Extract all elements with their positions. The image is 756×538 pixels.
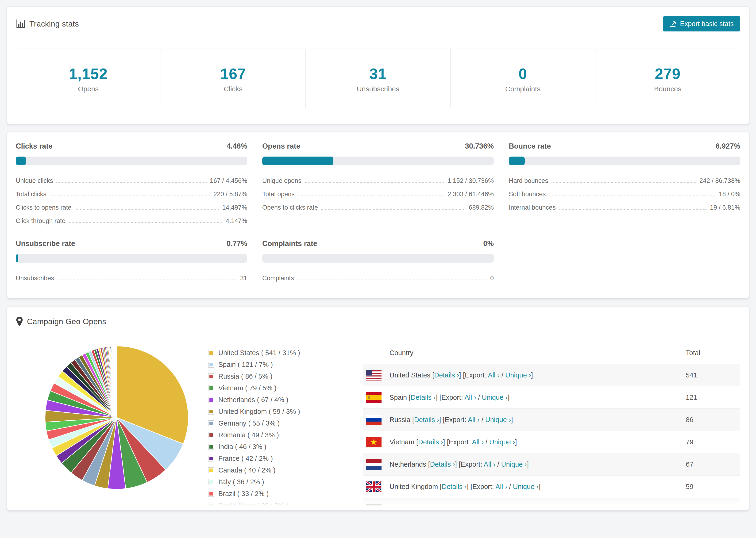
detail-label: Unique opens (262, 177, 301, 185)
tracking-stats-card: Tracking stats Export basic stats 1,152 … (7, 7, 749, 124)
detail-label: Total opens (262, 190, 295, 198)
legend-label: Romania ( 49 / 3% ) (218, 431, 279, 439)
export-unique-link-netherlands[interactable]: Unique › (501, 460, 527, 468)
summary-stat-clicks: 167 Clicks (161, 49, 305, 108)
total-cell: 541 (686, 371, 740, 379)
detail-label: Hard bounces (509, 177, 548, 185)
legend-label: Russia ( 86 / 5% ) (218, 372, 272, 380)
geo-header: Campaign Geo Opens (7, 307, 749, 336)
export-all-link-united-states[interactable]: All › (488, 371, 500, 379)
legend-item-brazil: Brazil ( 33 / 2% ) (208, 490, 363, 498)
legend-item-vietnam: Vietnam ( 79 / 5% ) (208, 384, 363, 392)
stat-value: 1,152 (18, 65, 158, 82)
tracking-stats-header: Tracking stats Export basic stats (7, 7, 749, 41)
legend-label: United Kingdom ( 59 / 3% ) (218, 408, 300, 415)
detail-row-total-opens: Total opens 2,303 / 61.446% (262, 188, 494, 201)
rate-panel-unsubscribe-rate: Unsubscribe rate 0.77% Unsubscribes 31 (16, 240, 247, 285)
pie-legend: United States ( 541 / 31% ) Spain ( 121 … (208, 341, 363, 511)
detail-label: Opens to clicks rate (262, 204, 318, 211)
rate-detail-rows: Unsubscribes 31 (16, 272, 247, 285)
export-all-link-netherlands[interactable]: All › (484, 460, 495, 468)
progress-bar (262, 157, 494, 165)
page-title: Tracking stats (29, 20, 79, 28)
legend-label: South Africa ( 29 / 2% ) (218, 502, 288, 510)
detail-row-click-through-rate: Click through rate 4.147% (16, 214, 247, 228)
dotted-leader (305, 182, 445, 183)
gb-flag-icon (366, 481, 382, 492)
detail-row-unique-clicks: Unique clicks 167 / 4.456% (16, 174, 247, 188)
dotted-leader (552, 182, 696, 183)
rate-title: Clicks rate (16, 142, 53, 150)
table-row-netherlands: Netherlands [Details ›] [Export: All › /… (363, 453, 740, 475)
geo-title: Campaign Geo Opens (27, 317, 106, 326)
progress-bar (262, 254, 494, 263)
detail-row-hard-bounces: Hard bounces 242 / 86.738% (509, 174, 740, 188)
stat-label: Complaints (453, 85, 593, 93)
legend-label: United States ( 541 / 31% ) (218, 349, 300, 357)
rate-detail-rows: Complaints 0 (262, 272, 494, 285)
export-all-link-spain[interactable]: All › (464, 394, 476, 401)
export-button-label: Export basic stats (680, 20, 734, 28)
rate-value: 4.46% (227, 142, 247, 150)
detail-label: Clicks to opens rate (16, 204, 71, 211)
detail-value: 242 / 86.738% (699, 177, 740, 185)
export-all-link-russia[interactable]: All › (468, 416, 480, 423)
legend-item-france: France ( 42 / 2% ) (208, 455, 363, 462)
legend-label: Vietnam ( 79 / 5% ) (218, 384, 277, 392)
legend-label: Brazil ( 33 / 2% ) (218, 490, 269, 498)
legend-item-spain: Spain ( 121 / 7% ) (208, 361, 363, 368)
stat-label: Bounces (598, 85, 738, 93)
rate-value: 0.77% (227, 240, 247, 248)
geo-content: United States ( 541 / 31% ) Spain ( 121 … (7, 336, 749, 511)
legend-label: Canada ( 40 / 2% ) (218, 466, 275, 474)
detail-row-internal-bounces: Internal bounces 19 / 6.81% (509, 201, 740, 214)
geo-pie-chart[interactable] (16, 341, 208, 490)
legend-item-south-africa: South Africa ( 29 / 2% ) (208, 502, 363, 510)
country-cell: Spain [Details ›] [Export: All › / Uniqu… (390, 394, 510, 402)
export-basic-stats-button[interactable]: Export basic stats (663, 16, 740, 31)
rate-panel-opens-rate: Opens rate 30.736% Unique opens 1,152 / … (262, 142, 494, 228)
country-cell: United States [Details ›] [Export: All ›… (390, 371, 533, 379)
legend-item-canada: Canada ( 40 / 2% ) (208, 466, 363, 474)
rate-detail-rows: Unique opens 1,152 / 30.736% Total opens… (262, 174, 494, 214)
flag-cell (363, 504, 390, 511)
legend-item-united-states: United States ( 541 / 31% ) (208, 349, 363, 357)
table-row-russia: Russia [Details ›] [Export: All › / Uniq… (363, 408, 740, 431)
details-link-russia[interactable]: Details › (414, 416, 439, 423)
legend-swatch (208, 362, 214, 368)
nl-flag-icon (366, 459, 382, 470)
flag-cell (363, 459, 390, 470)
detail-row-soft-bounces: Soft bounces 18 / 0% (509, 188, 740, 201)
export-unique-link-russia[interactable]: Unique › (485, 416, 511, 423)
progress-bar-fill (262, 157, 333, 165)
column-header-total: Total (686, 349, 740, 357)
details-link-united-kingdom[interactable]: Details › (442, 483, 466, 490)
detail-value: 689.82% (469, 204, 494, 211)
detail-value: 1,152 / 30.736% (448, 177, 494, 185)
legend-label: India ( 46 / 3% ) (218, 443, 266, 451)
legend-label: Netherlands ( 67 / 4% ) (218, 396, 288, 404)
details-link-netherlands[interactable]: Details › (430, 460, 455, 468)
export-all-link-vietnam[interactable]: All › (472, 438, 484, 446)
table-row-partial (363, 498, 740, 511)
export-unique-link-united-kingdom[interactable]: Unique › (513, 483, 539, 490)
summary-stats-strip: 1,152 Opens 167 Clicks 31 Unsubscribes 0… (16, 49, 740, 108)
flag-cell (363, 481, 390, 492)
legend-swatch (208, 456, 214, 461)
export-unique-link-spain[interactable]: Unique › (482, 394, 508, 401)
flag-cell (363, 437, 390, 447)
dotted-leader (549, 195, 716, 196)
details-link-spain[interactable]: Details › (411, 394, 436, 401)
flag-cell (363, 392, 390, 403)
export-unique-link-vietnam[interactable]: Unique › (489, 438, 515, 446)
export-all-link-united-kingdom[interactable]: All › (495, 483, 507, 490)
legend-swatch (208, 385, 214, 391)
dotted-leader (69, 222, 223, 223)
details-link-united-states[interactable]: Details › (434, 371, 459, 379)
country-cell: Russia [Details ›] [Export: All › / Uniq… (390, 416, 513, 424)
details-link-vietnam[interactable]: Details › (418, 438, 443, 446)
export-unique-link-united-states[interactable]: Unique › (505, 371, 531, 379)
us-flag-icon (366, 370, 382, 381)
detail-value: 31 (240, 275, 247, 282)
legend-swatch (208, 503, 214, 509)
